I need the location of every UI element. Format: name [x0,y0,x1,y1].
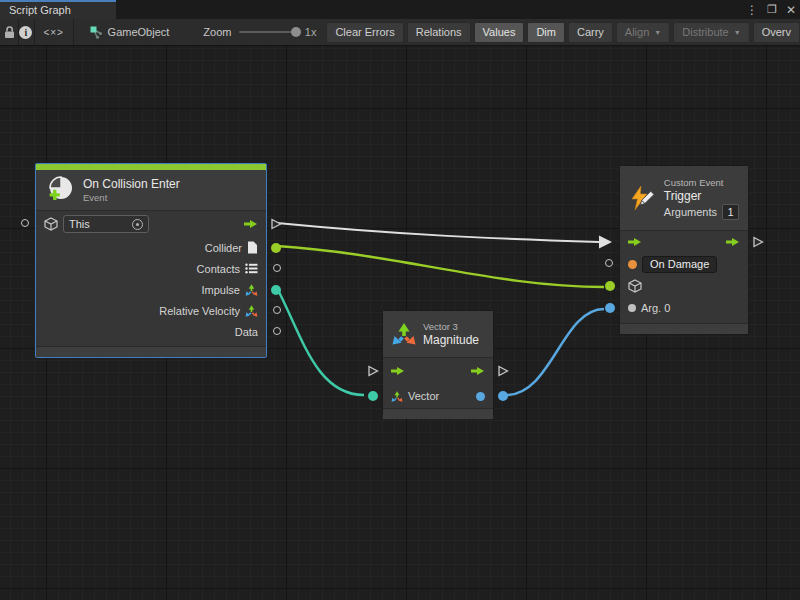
flow-out-port[interactable] [270,218,282,230]
flow-out-port[interactable] [497,365,509,377]
contacts-list-icon [245,263,258,274]
flow-out-arrow-icon [244,219,258,229]
target-port[interactable] [605,281,615,291]
toolbar-separator [73,19,74,46]
output-row-collider: Collider [36,237,266,258]
output-row-relative-velocity: Relative Velocity [36,300,266,321]
target-flow-row: This [36,211,266,237]
gameobject-cube-icon [44,217,58,231]
graph-owner[interactable]: GameObject [90,26,170,39]
chevron-down-icon: ▼ [654,29,661,36]
target-row [620,275,748,297]
node-footer [620,324,748,334]
zoom-label: Zoom [203,26,231,38]
graph-toolbar: i <×> GameObject Zoom 1x Clear Errors Re… [0,19,800,46]
event-name-row: On Damage [620,253,748,275]
arguments-label: Arguments [664,206,717,218]
flow-connection-arrowhead [599,236,612,249]
collider-doc-icon [247,241,258,254]
coroutine-port[interactable] [21,219,29,227]
node-footer [383,409,493,419]
magnitude-output-port[interactable] [498,391,508,401]
tab-script-graph[interactable]: Script Graph [0,0,116,19]
kebab-menu-icon[interactable]: ⋮ [746,3,758,17]
string-value-dot [628,260,637,269]
edit-source-button[interactable]: <×> [34,19,73,46]
vector-input-port[interactable] [368,391,378,401]
vector3-icon [392,323,416,345]
flow-in-arrow-icon [391,366,405,376]
collider-port[interactable] [271,243,281,253]
maximize-icon[interactable]: ❐ [767,3,777,16]
chevron-down-icon: ▼ [734,29,741,36]
vector-input-row: Vector [383,384,493,408]
node-subtitle: Event [83,192,180,204]
flow-out-port[interactable] [752,236,764,248]
contacts-port[interactable] [273,264,281,272]
flow-in-port[interactable] [367,365,379,377]
object-picker-icon[interactable] [132,219,143,230]
node-type-label: Vector 3 [423,321,479,333]
magnitude-connection [506,309,604,395]
impulse-port[interactable] [271,285,281,295]
vector3-icon [391,391,403,402]
result-value-dot [476,392,485,401]
overview-button[interactable]: Overv [753,22,800,43]
node-title: Magnitude [423,333,479,348]
align-button[interactable]: Align ▼ [616,22,670,43]
node-title: On Collision Enter [83,177,180,192]
vector3-icon [245,305,258,317]
node-title: Trigger [664,189,739,204]
lock-button[interactable] [2,19,18,46]
arg0-row: Arg. 0 [620,297,748,319]
flow-in-arrow-icon [628,237,642,247]
lock-icon [4,26,15,39]
zoom-slider[interactable] [239,31,296,33]
graph-icon [90,26,103,39]
node-on-collision-enter[interactable]: On Collision Enter Event This [35,163,267,358]
node-vector3-magnitude[interactable]: Vector 3 Magnitude [382,310,494,416]
output-row-data: Data [36,321,266,342]
gameobject-label: GameObject [108,26,170,38]
data-port[interactable] [273,327,281,335]
custom-event-icon [629,185,656,212]
target-object-field[interactable]: This [63,215,149,233]
vector3-icon [245,284,258,296]
output-row-contacts: Contacts [36,258,266,279]
flow-row [383,358,493,384]
dim-button[interactable]: Dim [527,22,565,43]
script-graph-window: Script Graph ⋮ ❐ ✕ i <×> [0,0,800,600]
relations-button[interactable]: Relations [407,22,471,43]
collider-connection [277,246,604,287]
node-type-label: Custom Event [664,177,739,189]
flow-row [620,231,748,253]
output-row-impulse: Impulse [36,279,266,300]
distribute-button[interactable]: Distribute ▼ [673,22,749,43]
flow-connection [277,223,599,242]
event-name-port[interactable] [605,259,613,267]
flow-out-arrow-icon [726,237,740,247]
gameobject-cube-icon [628,279,642,293]
close-icon[interactable]: ✕ [786,3,796,17]
relative-velocity-port[interactable] [273,306,281,314]
arg0-value-dot [628,304,636,312]
zoom-value: 1x [305,26,317,38]
clear-errors-button[interactable]: Clear Errors [326,22,403,43]
title-bar: Script Graph ⋮ ❐ ✕ [0,0,800,19]
zoom-slider-knob[interactable] [291,27,301,37]
carry-button[interactable]: Carry [568,22,613,43]
values-button[interactable]: Values [474,22,525,43]
info-icon: i [19,26,32,39]
event-name-field[interactable]: On Damage [642,256,717,273]
node-trigger-custom-event[interactable]: Custom Event Trigger Arguments 1 [619,165,749,335]
arg0-port[interactable] [605,303,615,313]
info-button[interactable]: i [18,19,34,46]
arguments-count-field[interactable]: 1 [722,204,739,220]
graph-canvas[interactable]: On Collision Enter Event This [0,46,800,600]
node-footer [36,347,266,357]
collision-event-icon [45,175,75,205]
flow-out-arrow-icon [471,366,485,376]
impulse-connection [277,288,364,395]
